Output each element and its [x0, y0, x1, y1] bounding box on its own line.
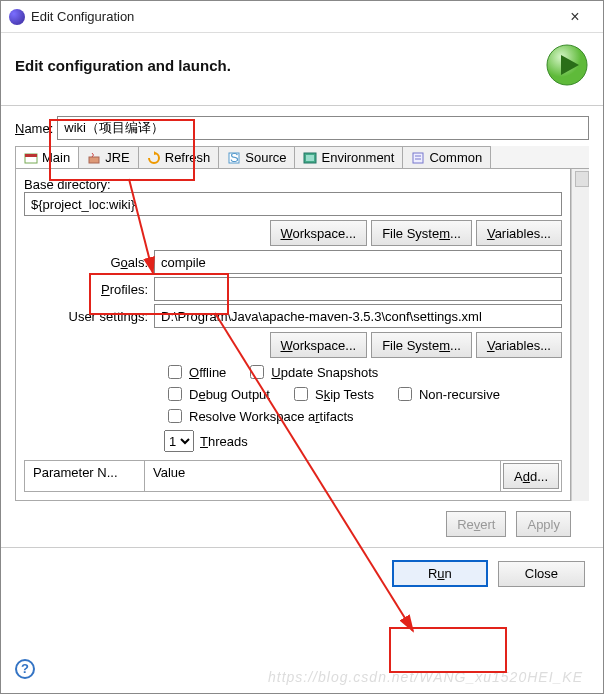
basedir-label: Base directory:	[24, 177, 562, 192]
workspace-button-1[interactable]: Workspace...	[270, 220, 368, 246]
usersettings-input[interactable]	[154, 304, 562, 328]
param-col-name[interactable]: Parameter N...	[25, 461, 145, 491]
param-col-value[interactable]: Value	[145, 461, 501, 491]
variables-button-1[interactable]: Variables...	[476, 220, 562, 246]
goals-label: Goals:	[24, 255, 154, 270]
environment-icon	[303, 151, 317, 165]
debug-output-checkbox[interactable]: Debug Output	[164, 384, 270, 404]
source-icon: S	[227, 151, 241, 165]
tab-bar: Main JRE Refresh SSource Environment Com…	[15, 146, 589, 169]
threads-select[interactable]: 1	[164, 430, 194, 452]
tab-refresh[interactable]: Refresh	[138, 146, 220, 168]
tab-environment[interactable]: Environment	[294, 146, 403, 168]
profiles-input[interactable]	[154, 277, 562, 301]
usersettings-label: User settings:	[24, 309, 154, 324]
resolve-workspace-checkbox[interactable]: Resolve Workspace artifacts	[164, 406, 354, 426]
goals-input[interactable]	[154, 250, 562, 274]
close-button[interactable]: Close	[498, 561, 585, 587]
name-input[interactable]	[57, 116, 589, 140]
window-title: Edit Configuration	[31, 9, 555, 24]
svg-rect-3	[25, 154, 37, 157]
tab-main-label: Main	[42, 150, 70, 165]
jre-icon	[87, 151, 101, 165]
tab-refresh-label: Refresh	[165, 150, 211, 165]
watermark: https://blog.csdn.net/WANG_xu1520HEI_KE	[268, 669, 583, 685]
tab-source[interactable]: SSource	[218, 146, 295, 168]
profiles-label: Profiles:	[24, 282, 154, 297]
svg-rect-4	[89, 157, 99, 163]
scrollbar[interactable]	[571, 169, 589, 501]
revert-button[interactable]: Revert	[446, 511, 506, 537]
run-icon	[545, 43, 589, 87]
run-button[interactable]: Run	[392, 560, 488, 587]
threads-label: Threads	[200, 434, 248, 449]
help-icon[interactable]: ?	[15, 659, 35, 679]
app-icon	[9, 9, 25, 25]
common-icon	[411, 151, 425, 165]
non-recursive-checkbox[interactable]: Non-recursive	[394, 384, 500, 404]
tab-jre-label: JRE	[105, 150, 130, 165]
variables-button-2[interactable]: Variables...	[476, 332, 562, 358]
close-icon[interactable]: ×	[555, 8, 595, 26]
tab-common[interactable]: Common	[402, 146, 491, 168]
refresh-icon	[147, 151, 161, 165]
filesystem-button-1[interactable]: File System...	[371, 220, 472, 246]
main-icon	[24, 151, 38, 165]
basedir-input[interactable]	[24, 192, 562, 216]
filesystem-button-2[interactable]: File System...	[371, 332, 472, 358]
offline-checkbox[interactable]: Offline	[164, 362, 226, 382]
tab-common-label: Common	[429, 150, 482, 165]
svg-text:S: S	[230, 151, 239, 165]
tab-source-label: Source	[245, 150, 286, 165]
parameter-table: Parameter N... Value Add...	[24, 460, 562, 492]
page-heading: Edit configuration and launch.	[15, 57, 545, 74]
update-snapshots-checkbox[interactable]: Update Snapshots	[246, 362, 378, 382]
apply-button[interactable]: Apply	[516, 511, 571, 537]
tab-jre[interactable]: JRE	[78, 146, 139, 168]
name-label: Name:	[15, 121, 53, 136]
svg-rect-10	[413, 153, 423, 163]
skip-tests-checkbox[interactable]: Skip Tests	[290, 384, 374, 404]
add-button[interactable]: Add...	[503, 463, 559, 489]
svg-rect-9	[306, 155, 314, 161]
tab-main[interactable]: Main	[15, 146, 79, 168]
workspace-button-2[interactable]: Workspace...	[270, 332, 368, 358]
tab-environment-label: Environment	[321, 150, 394, 165]
